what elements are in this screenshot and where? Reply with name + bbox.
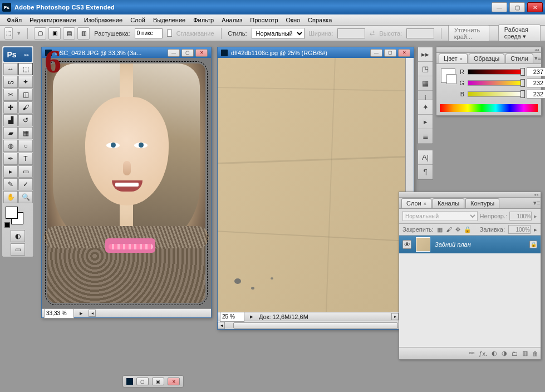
hand-tool[interactable]: ✋ xyxy=(3,191,18,203)
blur-tool[interactable]: ◍ xyxy=(3,140,18,152)
selection-subtract-icon[interactable]: ▤ xyxy=(63,27,75,40)
new-layer-icon[interactable]: ▥ xyxy=(522,350,528,357)
brush-tool[interactable]: 🖌 xyxy=(18,101,33,114)
scroll-right-button[interactable]: ▸ xyxy=(391,313,399,320)
layer-row[interactable]: 👁 Задний план 🔒 xyxy=(399,236,541,253)
mini-max-button[interactable]: ▣ xyxy=(152,378,164,385)
doc2-close-button[interactable]: ✕ xyxy=(398,49,410,57)
screenmode-button[interactable]: ▭ xyxy=(11,243,25,256)
color-swatches[interactable] xyxy=(3,207,32,228)
healing-brush-tool[interactable]: ✚ xyxy=(3,101,18,114)
tab-channels[interactable]: Каналы xyxy=(433,198,464,208)
actions-icon[interactable]: ▸ xyxy=(418,115,433,129)
menu-file[interactable]: Файл xyxy=(3,16,25,24)
b-slider[interactable] xyxy=(468,91,523,97)
panel-collapse-icon[interactable]: ◂◂ xyxy=(534,47,539,52)
doc-info-icon[interactable]: ▸ xyxy=(250,313,253,320)
layer-lock-icon[interactable]: 🔒 xyxy=(529,241,537,248)
g-slider[interactable] xyxy=(468,80,523,86)
tab-paths[interactable]: Контуры xyxy=(465,198,499,208)
menu-analysis[interactable]: Анализ xyxy=(218,16,246,24)
fill-input[interactable] xyxy=(508,225,531,234)
lock-all-icon[interactable]: 🔒 xyxy=(464,226,472,233)
window-close-button[interactable]: ✕ xyxy=(527,2,543,12)
doc-info-icon[interactable]: ▸ xyxy=(80,310,83,317)
feather-input[interactable] xyxy=(135,28,163,38)
style-select[interactable]: Нормальный xyxy=(252,28,305,39)
group-icon[interactable]: 🗀 xyxy=(512,350,518,357)
eraser-tool[interactable]: ▰ xyxy=(3,127,18,139)
type-tool[interactable]: T xyxy=(18,153,33,165)
paragraph-icon[interactable]: ¶ xyxy=(418,165,433,179)
default-colors-icon[interactable] xyxy=(4,222,10,228)
history-icon[interactable]: ≣ xyxy=(418,129,433,144)
selection-intersect-icon[interactable]: ▥ xyxy=(77,27,90,40)
notes-tool[interactable]: ✎ xyxy=(3,178,18,190)
tools-header[interactable]: Ps xyxy=(3,47,32,62)
lock-position-icon[interactable]: ✥ xyxy=(455,226,460,233)
tab-color[interactable]: Цвет× xyxy=(439,53,468,63)
current-tool-icon[interactable]: ⬚ xyxy=(4,27,13,40)
shape-tool[interactable]: ▭ xyxy=(18,165,33,178)
doc2-maximize-button[interactable]: ▢ xyxy=(384,49,396,57)
window-maximize-button[interactable]: ▢ xyxy=(509,2,525,12)
color-panel-bg-swatch[interactable] xyxy=(446,74,456,84)
menu-edit[interactable]: Редактирование xyxy=(26,16,80,24)
doc1-titlebar[interactable]: DSC_0428.JPG @ 33,3% (За... — ▢ ✕ xyxy=(42,47,211,58)
character-icon[interactable]: A| xyxy=(418,150,433,165)
path-select-tool[interactable]: ▸ xyxy=(3,165,18,178)
delete-layer-icon[interactable]: 🗑 xyxy=(532,350,538,357)
tab-styles[interactable]: Стили xyxy=(505,53,533,63)
doc2-zoom-input[interactable] xyxy=(220,312,244,322)
magic-wand-tool[interactable]: ✦ xyxy=(18,76,33,88)
histogram-icon[interactable]: ▦ xyxy=(418,76,433,91)
scroll-left-button[interactable]: ◂ xyxy=(89,310,96,317)
doc2-hscrollbar[interactable]: ◂▸ xyxy=(218,321,414,329)
selection-new-icon[interactable]: ▢ xyxy=(34,27,46,40)
panel-collapse-icon[interactable]: ◂◂ xyxy=(534,192,538,197)
workspace-switcher[interactable]: Рабочая среда ▾ xyxy=(498,24,541,42)
refine-edge-button[interactable]: Уточнить край... xyxy=(448,25,489,42)
panel-menu-icon[interactable]: ▾≡ xyxy=(533,199,541,207)
stamp-tool[interactable]: ▟ xyxy=(3,114,18,126)
tool-presets-icon[interactable]: ✦ xyxy=(418,100,433,115)
doc2-titlebar[interactable]: dff42db1106c.jpg @ 25% (RGB/8#) — ▢ ✕ xyxy=(218,47,414,58)
tab-layers[interactable]: Слои× xyxy=(401,198,431,208)
doc1-close-button[interactable]: ✕ xyxy=(195,49,208,57)
pen-tool[interactable]: ✒ xyxy=(3,153,18,165)
lock-transparency-icon[interactable]: ▦ xyxy=(437,226,443,233)
mask-icon[interactable]: ◐ xyxy=(492,350,497,357)
blend-mode-select[interactable]: Нормальный xyxy=(402,211,478,221)
mini-restore-button[interactable]: ▢ xyxy=(136,378,149,385)
lasso-tool[interactable]: ᔕ xyxy=(3,76,18,88)
menu-view[interactable]: Просмотр xyxy=(247,16,281,24)
history-brush-tool[interactable]: ↺ xyxy=(18,114,33,126)
menu-window[interactable]: Окно xyxy=(283,16,304,24)
menu-layer[interactable]: Слой xyxy=(127,16,149,24)
navigator-icon[interactable]: ◳ xyxy=(418,62,433,76)
layer-name[interactable]: Задний план xyxy=(435,241,471,248)
slice-tool[interactable]: ◫ xyxy=(18,89,33,101)
minimized-doc-bar[interactable]: ▢ ▣ ✕ xyxy=(122,375,184,388)
move-tool[interactable]: ↔ xyxy=(3,63,18,75)
menu-image[interactable]: Изображение xyxy=(81,16,126,24)
b-value-input[interactable] xyxy=(527,90,545,99)
gradient-tool[interactable]: ▦ xyxy=(18,127,33,139)
adjustment-icon[interactable]: ◑ xyxy=(502,350,507,357)
marquee-tool[interactable]: ⬚ xyxy=(18,63,33,75)
menu-filter[interactable]: Фильтр xyxy=(190,16,217,24)
eyedropper-tool[interactable]: ✓ xyxy=(18,178,33,190)
antialias-checkbox[interactable] xyxy=(167,30,172,37)
window-minimize-button[interactable]: — xyxy=(492,2,507,12)
layer-thumbnail[interactable] xyxy=(416,237,430,252)
r-slider[interactable] xyxy=(468,69,523,75)
fx-icon[interactable]: ƒx. xyxy=(479,350,487,357)
quickmask-button[interactable]: ◐ xyxy=(11,230,25,242)
doc1-zoom-input[interactable] xyxy=(44,308,74,318)
crop-tool[interactable]: ✂ xyxy=(3,89,18,101)
collapse-dock-icon[interactable]: ▸▸ xyxy=(418,47,433,62)
g-value-input[interactable] xyxy=(527,79,545,87)
dodge-tool[interactable]: ○ xyxy=(18,140,33,152)
link-layers-icon[interactable]: ⚯ xyxy=(469,350,474,357)
r-value-input[interactable] xyxy=(527,67,545,76)
